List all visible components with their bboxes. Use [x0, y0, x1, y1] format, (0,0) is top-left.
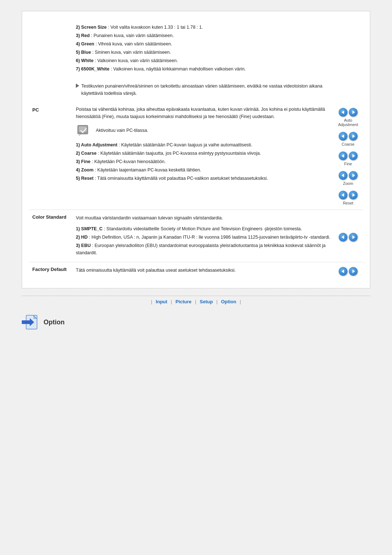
zoom-left-btn[interactable]: [339, 171, 347, 180]
reset-label: Reset: [343, 201, 354, 205]
pc-item-4-key: 4) Zoom: [76, 167, 94, 173]
reset-buttons: [339, 191, 358, 199]
nav-link-input[interactable]: Input: [156, 299, 167, 304]
nav-link-setup[interactable]: Setup: [200, 299, 213, 304]
reset-left-btn[interactable]: [339, 191, 347, 199]
pc-item-2-desc: : Käytetään säätämään taajuutta, jos PC-…: [98, 151, 261, 156]
color-standard-items: 1) SMPTE_C : Standardoitu videolaitteill…: [76, 225, 331, 256]
nav-sep-start: |: [151, 299, 152, 304]
fd-btn-group: [336, 267, 360, 276]
pc-icon-section: ✓ Aktivoituu vain PC-tilassa.: [76, 124, 331, 138]
fine-right-btn[interactable]: [349, 151, 358, 160]
item-7-key: 7) 6500K_White: [76, 66, 109, 72]
item-4-desc: : Vihreä kuva, vain värin säätämiseen.: [95, 41, 172, 46]
auto-adj-group: AutoAdjustment: [338, 108, 358, 127]
factory-default-desc: Tätä ominaisuutta käyttämällä voit palau…: [73, 265, 334, 277]
coarse-group: Coarse: [339, 132, 358, 146]
item-6-desc: : Valkoinen kuva, vain värin säätämiseen…: [95, 58, 178, 63]
coarse-right-btn[interactable]: [349, 132, 358, 141]
cs-item-2-desc: : High Definition, USA : n, Japanin ja K…: [89, 235, 330, 240]
fine-label: Fine: [344, 162, 352, 166]
nav-link-picture[interactable]: Picture: [176, 299, 192, 304]
list-items-cell: 2) Screen Size : Voit valita kuvakoon ku…: [73, 22, 334, 75]
reset-right-btn[interactable]: [349, 191, 358, 199]
zoom-right-btn[interactable]: [349, 171, 358, 180]
page-wrapper: 2) Screen Size : Voit valita kuvakoon ku…: [0, 0, 392, 555]
cs-item-1-key: 1) SMPTE_C: [76, 226, 103, 231]
list-item-6: 6) White : Valkoinen kuva, vain värin sä…: [76, 57, 331, 64]
list-item-3: 3) Red : Punainen kuva, vain värin säätä…: [76, 32, 331, 39]
cs-item-3: 3) EBU : Euroopan yleisradioliiton (EBU)…: [76, 242, 331, 256]
pc-item-1-desc: : Käytetään säätämään PC-kuvan taajuus j…: [119, 142, 252, 147]
nav-link-option[interactable]: Option: [221, 299, 236, 304]
list-item-2: 2) Screen Size : Voit valita kuvakoon ku…: [76, 24, 331, 31]
cs-item-3-key: 3) EBU: [76, 243, 91, 248]
pc-item-3-desc: : Käytetään PC-kuvan hienosäätöön.: [92, 159, 166, 164]
pc-item-1: 1) Auto Adjustment : Käytetään säätämään…: [76, 141, 331, 149]
pc-item-5-key: 5) Reset: [76, 176, 94, 181]
pc-nav-buttons: AutoAdjustment Coarse: [336, 106, 360, 205]
fine-group: Fine: [339, 151, 358, 166]
pc-item-1-key: 1) Auto Adjustment: [76, 142, 117, 147]
item-5-desc: : Sininen kuva, vain värin säätämiseen.: [92, 50, 171, 55]
fine-left-btn[interactable]: [339, 151, 347, 160]
pc-row: PC Poistaa tai vähentää kohinaa, joka ai…: [29, 104, 363, 207]
cs-btn-group: [336, 233, 360, 242]
color-standard-main-desc: Voit muuttaa väristandardin vastaamaan t…: [76, 214, 331, 222]
list-item-5: 5) Blue : Sininen kuva, vain värin säätä…: [76, 49, 331, 56]
auto-adj-left-btn[interactable]: [339, 108, 347, 117]
content-table: 2) Screen Size : Voit valita kuvakoon ku…: [29, 22, 363, 277]
controls-empty-1: [334, 22, 363, 75]
item-7-desc: : Valkoinen kuva, näyttää kirkkaimman ma…: [111, 66, 246, 72]
item-4-key: 4) Green: [76, 41, 94, 46]
color-standard-controls: [334, 213, 363, 259]
note-text: Testikuvien punainen/vihreä/sininen on t…: [81, 82, 331, 97]
check-icon-container: ✓: [76, 124, 92, 138]
pc-item-5-desc: : Tätä ominaisuutta käyttämällä voit pal…: [95, 176, 268, 181]
cs-item-1-desc: : Standardoitu videolaitteille Society o…: [104, 226, 302, 231]
pc-controls: AutoAdjustment Coarse: [334, 104, 363, 207]
cs-left-btn[interactable]: [339, 233, 347, 242]
option-icon: [22, 315, 40, 330]
factory-default-row: Factory Default Tätä ominaisuutta käyttä…: [29, 265, 363, 277]
fd-buttons: [339, 267, 358, 276]
pc-item-2: 2) Coarse : Käytetään säätämään taajuutt…: [76, 150, 331, 157]
pc-main-desc: Poistaa tai vähentää kohinaa, joka aiheu…: [76, 106, 331, 120]
pc-item-4: 4) Zoom : Käytetään laajentamaan PC-kuva…: [76, 166, 331, 174]
nav-sep-2: |: [195, 299, 196, 304]
note-box: Testikuvien punainen/vihreä/sininen on t…: [76, 82, 331, 97]
note-row: Testikuvien punainen/vihreä/sininen on t…: [29, 75, 363, 104]
item-5-key: 5) Blue: [76, 50, 91, 55]
color-standard-row: Color Standard Voit muuttaa väristandard…: [29, 213, 363, 259]
nav-sep-1: |: [171, 299, 172, 304]
item-2-key: 2) Screen Size: [76, 25, 107, 30]
auto-adj-right-btn[interactable]: [349, 108, 358, 117]
check-icon: ✓: [77, 125, 91, 138]
svg-text:✓: ✓: [78, 133, 81, 137]
factory-default-controls: [334, 265, 363, 277]
controls-empty-2: [334, 75, 363, 104]
cs-right-btn[interactable]: [349, 233, 358, 242]
fd-left-btn[interactable]: [339, 267, 347, 276]
bottom-nav: | Input | Picture | Setup | Option |: [22, 296, 370, 307]
pc-items: 1) Auto Adjustment : Käytetään säätämään…: [76, 141, 331, 182]
coarse-left-btn[interactable]: [339, 132, 347, 141]
list-items-row: 2) Screen Size : Voit valita kuvakoon ku…: [29, 22, 363, 75]
fine-buttons: [339, 151, 358, 160]
factory-default-label: Factory Default: [29, 265, 73, 277]
nav-sep-3: |: [216, 299, 217, 304]
auto-adj-label: AutoAdjustment: [338, 118, 358, 127]
item-3-key: 3) Red: [76, 33, 90, 38]
item-2-desc: : Voit valita kuvakoon kuten 1.33 : 1 ta…: [108, 25, 203, 30]
pc-item-2-key: 2) Coarse: [76, 151, 97, 156]
separator-1: [29, 207, 363, 213]
color-standard-label: Color Standard: [29, 213, 73, 259]
coarse-buttons: [339, 132, 358, 141]
option-title: Option: [44, 319, 65, 326]
fd-right-btn[interactable]: [349, 267, 358, 276]
pc-item-3: 3) Fine : Käytetään PC-kuvan hienosäätöö…: [76, 158, 331, 165]
label-empty: [29, 22, 73, 75]
note-cell: Testikuvien punainen/vihreä/sininen on t…: [73, 75, 334, 104]
coarse-label: Coarse: [342, 142, 354, 146]
cs-item-2-key: 2) HD: [76, 235, 88, 240]
